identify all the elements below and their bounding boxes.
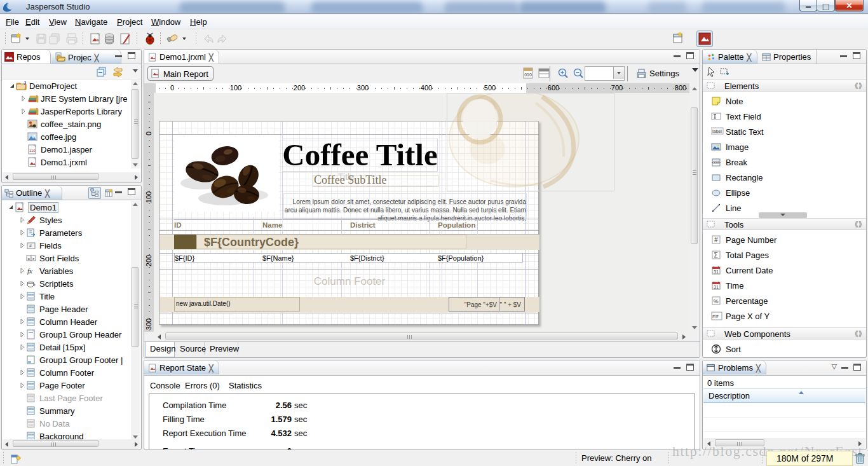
- svg-text:#/#: #/#: [712, 314, 719, 319]
- svg-text:#: #: [714, 236, 718, 243]
- svg-text:z: z: [32, 257, 34, 261]
- svg-text:label: label: [712, 129, 722, 134]
- svg-text:#: #: [29, 243, 32, 248]
- svg-text:110: 110: [29, 149, 36, 153]
- svg-text:010: 010: [524, 72, 532, 77]
- svg-text:J: J: [24, 81, 26, 85]
- svg-text:%: %: [714, 298, 719, 305]
- svg-text:31: 31: [714, 285, 719, 289]
- svg-text:Σ: Σ: [714, 252, 718, 259]
- svg-text:fx: fx: [27, 267, 32, 275]
- svg-text:31: 31: [714, 270, 719, 274]
